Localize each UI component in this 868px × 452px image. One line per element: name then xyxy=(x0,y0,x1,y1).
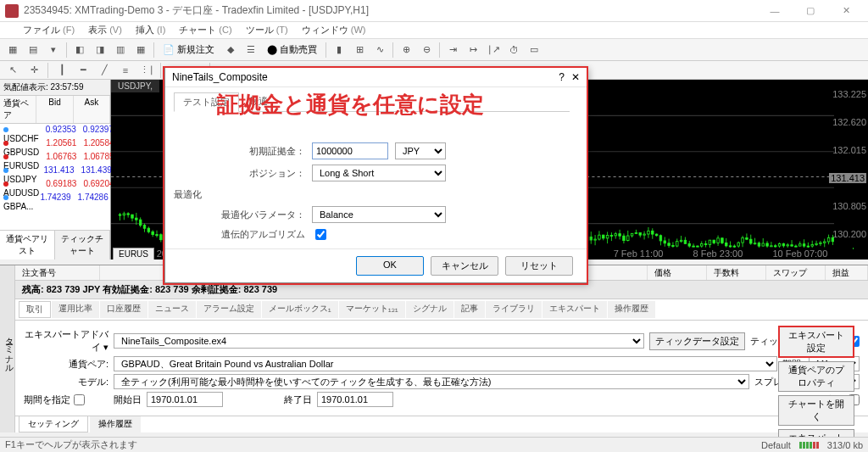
mw-tab-tick[interactable]: ティックチャート xyxy=(55,231,110,259)
dialog-cancel-button[interactable]: キャンセル xyxy=(431,256,498,276)
menu-tools[interactable]: ツール (T) xyxy=(240,22,294,38)
maximize-button[interactable]: ▢ xyxy=(793,1,827,21)
chart-symbol-tab[interactable]: USDJPY, xyxy=(111,80,159,92)
dialog-tab-test[interactable]: テスト設定 xyxy=(174,92,239,112)
options-icon[interactable]: ☰ xyxy=(242,41,260,59)
optimize-param-label: 最適化パラメータ： xyxy=(174,209,305,221)
ea-label: エキスパートアドバイ ▾ xyxy=(24,328,108,354)
dialog-ok-button[interactable]: OK xyxy=(356,256,424,276)
start-date-label: 開始日 xyxy=(114,393,142,406)
position-select[interactable]: Long & Short xyxy=(312,165,446,181)
svg-rect-288 xyxy=(697,246,699,247)
navigator-icon[interactable]: ◨ xyxy=(91,41,109,59)
trendline-icon[interactable]: ╱ xyxy=(95,61,114,80)
initial-deposit-input[interactable] xyxy=(312,142,388,159)
tick-data-settings-button[interactable]: ティックデータ設定 xyxy=(649,332,745,350)
terminal-tab[interactable]: シグナル xyxy=(406,301,453,318)
start-date-input[interactable] xyxy=(147,392,223,407)
currency-select[interactable]: JPY xyxy=(395,142,446,159)
market-watch-row[interactable]: USDCHF0.923530.92397 xyxy=(0,124,110,137)
menubar: ファイル (F) 表示 (V) 挿入 (I) チャート (C) ツール (T) … xyxy=(0,22,868,39)
terminal-icon[interactable]: ▥ xyxy=(111,41,130,59)
open-chart-button[interactable]: チャートを開く xyxy=(778,395,854,426)
menu-insert[interactable]: 挿入 (I) xyxy=(130,22,171,38)
templates-icon[interactable]: ▭ xyxy=(525,41,543,59)
new-chart-icon[interactable]: ▦ xyxy=(3,41,22,59)
menu-window[interactable]: ウィンドウ (W) xyxy=(296,22,372,38)
market-watch-row[interactable]: AUDUSD0.691830.69204 xyxy=(0,178,110,192)
date-range-checkbox[interactable] xyxy=(74,394,85,405)
terminal-tab[interactable]: ライブラリ xyxy=(486,301,542,318)
col-order[interactable]: 注文番号 xyxy=(15,265,100,280)
dialog-tab-opt[interactable]: 最適 xyxy=(241,92,276,111)
terminal-tab[interactable]: エキスパート xyxy=(542,301,607,318)
tester-tab-settings[interactable]: セッティング xyxy=(19,416,88,432)
menu-view[interactable]: 表示 (V) xyxy=(82,22,128,38)
market-watch-icon[interactable]: ◧ xyxy=(70,41,89,59)
zoom-in-icon[interactable]: ⊕ xyxy=(397,41,415,59)
periods-icon[interactable]: ⏱ xyxy=(504,41,523,59)
col-swap[interactable]: スワップ xyxy=(766,265,826,280)
line-chart-icon[interactable]: ∿ xyxy=(370,41,389,59)
dialog-close-icon[interactable]: ✕ xyxy=(571,71,580,83)
mw-tab-symbols[interactable]: 通貨ペアリスト xyxy=(0,231,55,259)
terminal-tab[interactable]: 操作履歴 xyxy=(608,301,655,318)
mw-col-bid[interactable]: Bid xyxy=(36,96,73,123)
svg-rect-284 xyxy=(688,243,691,246)
dialog-reset-button[interactable]: リセット xyxy=(505,256,573,276)
indicators-icon[interactable]: ∣↗ xyxy=(484,41,503,59)
terminal-tab[interactable]: 取引 xyxy=(19,301,51,318)
terminal-tab[interactable]: マーケット₁₂₁ xyxy=(339,301,405,318)
symbol-select[interactable]: GBPAUD、Great Britain Pound vs Australian… xyxy=(114,356,777,371)
new-order-button[interactable]: 📄 新規注文 xyxy=(158,41,220,59)
profiles-icon[interactable]: ▤ xyxy=(24,41,42,59)
genetic-checkbox[interactable] xyxy=(315,229,326,240)
channel-icon[interactable]: ≡ xyxy=(116,61,135,80)
market-watch-row[interactable]: EURUSD1.067631.06785 xyxy=(0,151,110,165)
hline-icon[interactable]: ━ xyxy=(74,61,92,80)
metaeditor-icon[interactable]: ◆ xyxy=(221,41,240,59)
crosshair-icon[interactable]: ✛ xyxy=(25,61,43,80)
bar-chart-icon[interactable]: ▮ xyxy=(330,41,348,59)
candle-chart-icon[interactable]: ⊞ xyxy=(350,41,369,59)
end-date-input[interactable] xyxy=(317,392,393,407)
minimize-button[interactable]: — xyxy=(758,1,792,21)
mw-col-symbol[interactable]: 通貨ペア xyxy=(0,96,36,123)
tester-icon[interactable]: ▦ xyxy=(131,41,150,59)
tester-tab-journal[interactable]: 操作履歴 xyxy=(90,416,141,432)
col-commission[interactable]: 手数料 xyxy=(707,265,766,280)
cursor-icon[interactable]: ↖ xyxy=(3,61,22,80)
fibo-icon[interactable]: ⋮∣ xyxy=(137,61,156,80)
terminal-vertical-tab[interactable]: ターミナル xyxy=(0,265,15,432)
menu-file[interactable]: ファイル (F) xyxy=(17,22,81,38)
dialog-help-icon[interactable]: ? xyxy=(559,71,565,83)
menu-chart[interactable]: チャート (C) xyxy=(173,22,237,38)
terminal-tab[interactable]: 運用比率 xyxy=(52,301,99,318)
ea-select[interactable]: NineTails_Composite.ex4 xyxy=(114,333,644,349)
folder-icon[interactable]: ▾ xyxy=(44,41,63,59)
terminal-tab[interactable]: メールボックス₁ xyxy=(262,301,338,318)
terminal-tab[interactable]: ニュース xyxy=(148,301,196,318)
svg-rect-306 xyxy=(733,246,736,247)
close-button[interactable]: ✕ xyxy=(829,1,863,21)
chart-tab-eurus[interactable]: EURUS xyxy=(113,248,154,259)
chart-shift-icon[interactable]: ↦ xyxy=(464,41,482,59)
market-watch-row[interactable]: USDJPY131.413131.439 xyxy=(0,165,110,178)
expert-settings-button[interactable]: エキスパート設定 xyxy=(778,326,854,358)
market-watch-row[interactable]: GBPA...1.742391.74286 xyxy=(0,192,110,205)
auto-trade-button[interactable]: ⬤ 自動売買 xyxy=(262,41,322,59)
symbol-properties-button[interactable]: 通貨ペアのプロパティ xyxy=(778,361,854,392)
market-watch-row[interactable]: GBPUSD1.205611.20584 xyxy=(0,137,110,151)
col-pl[interactable]: 損益 xyxy=(826,265,868,280)
terminal-tab[interactable]: アラーム設定 xyxy=(197,301,261,318)
zoom-out-icon[interactable]: ⊖ xyxy=(417,41,436,59)
terminal-tab[interactable]: 記事 xyxy=(454,301,485,318)
vline-icon[interactable]: ┃ xyxy=(53,61,71,80)
col-price[interactable]: 価格 xyxy=(648,265,707,280)
mw-col-ask[interactable]: Ask xyxy=(74,96,110,123)
connection-icon xyxy=(799,442,819,449)
auto-scroll-icon[interactable]: ⇥ xyxy=(443,41,462,59)
terminal-tab[interactable]: 口座履歴 xyxy=(100,301,147,318)
optimize-param-select[interactable]: Balance xyxy=(312,206,446,223)
model-select[interactable]: 全ティック(利用可能な最小時間枠を使いすべてのティックを生成する、最も正確な方法… xyxy=(114,374,749,389)
